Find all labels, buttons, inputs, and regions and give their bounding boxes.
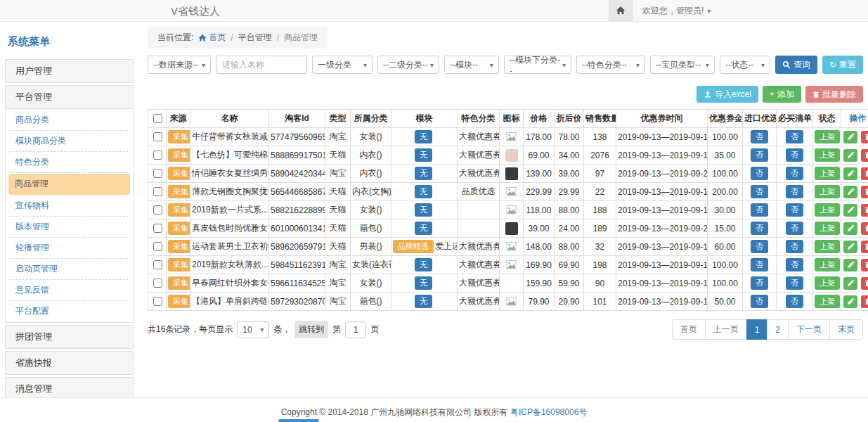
must-buy-toggle[interactable]: 否 <box>786 258 803 271</box>
sidebar-group-14[interactable]: 消息管理 <box>5 377 134 397</box>
row-checkbox[interactable] <box>153 151 162 160</box>
import-select-toggle[interactable]: 否 <box>751 167 768 180</box>
status-toggle[interactable]: 上架 <box>815 148 840 162</box>
delete-button[interactable] <box>861 204 868 217</box>
edit-button[interactable] <box>843 241 857 253</box>
filter-select-3[interactable]: --模块下分类--▾ <box>504 56 571 74</box>
import-select-toggle[interactable]: 否 <box>751 185 768 198</box>
status-toggle[interactable]: 上架 <box>815 167 840 180</box>
row-checkbox[interactable] <box>153 260 162 269</box>
jump-button[interactable]: 跳转到 <box>294 321 328 338</box>
jump-page-input[interactable] <box>345 321 366 338</box>
sidebar-group-13[interactable]: 省惠快报 <box>5 351 134 375</box>
module-badge[interactable]: 无 <box>415 295 432 308</box>
must-buy-toggle[interactable]: 否 <box>786 276 803 290</box>
filter-select-4[interactable]: --特色分类--▾ <box>576 56 645 74</box>
hscroll-thumb[interactable] <box>278 419 319 422</box>
delete-button[interactable] <box>861 131 868 143</box>
delete-button[interactable] <box>861 222 868 235</box>
edit-button[interactable] <box>843 167 857 180</box>
row-checkbox[interactable] <box>153 187 162 196</box>
home-button[interactable] <box>609 0 633 21</box>
edit-button[interactable] <box>843 204 857 217</box>
module-badge[interactable]: 无 <box>415 185 432 198</box>
icp-link[interactable]: 粤ICP备16098006号 <box>510 407 587 417</box>
sidebar-item-9[interactable]: 启动页管理 <box>9 259 129 280</box>
status-toggle[interactable]: 上架 <box>815 130 840 143</box>
batch-delete-button[interactable]: 批量删除 <box>805 86 863 103</box>
status-toggle[interactable]: 上架 <box>815 258 840 271</box>
import-select-toggle[interactable]: 否 <box>751 222 768 235</box>
module-badge[interactable]: 无 <box>415 222 432 235</box>
user-menu[interactable]: 欢迎您，管理员! ▾ <box>642 5 711 17</box>
filter-select-5[interactable]: --宝贝类型--▾ <box>650 56 715 74</box>
sidebar-item-4[interactable]: 特色分类 <box>9 152 129 173</box>
add-button[interactable]: + 添加 <box>763 86 801 103</box>
edit-button[interactable] <box>843 222 857 235</box>
import-select-toggle[interactable]: 否 <box>751 148 768 162</box>
row-checkbox[interactable] <box>153 297 162 306</box>
sidebar-group-1[interactable]: 平台管理 <box>5 85 134 109</box>
status-toggle[interactable]: 上架 <box>815 240 840 253</box>
row-checkbox[interactable] <box>153 205 162 215</box>
edit-button[interactable] <box>843 277 857 290</box>
delete-button[interactable] <box>861 186 868 198</box>
must-buy-toggle[interactable]: 否 <box>786 222 803 235</box>
search-button[interactable]: 查询 <box>775 56 817 74</box>
sidebar-item-6[interactable]: 宣传物料 <box>9 196 129 217</box>
data-source-select[interactable]: --数据来源--▾ <box>148 56 211 74</box>
must-buy-toggle[interactable]: 否 <box>786 295 803 308</box>
delete-button[interactable] <box>861 277 868 290</box>
import-select-toggle[interactable]: 否 <box>751 130 768 143</box>
module-badge[interactable]: 无 <box>415 148 432 162</box>
row-checkbox[interactable] <box>153 132 162 141</box>
reset-button[interactable]: ↻ 重置 <box>822 56 863 74</box>
sidebar-item-11[interactable]: 平台配置 <box>9 301 129 321</box>
breadcrumb-home-link[interactable]: 首页 <box>198 32 226 44</box>
module-badge[interactable]: 无 <box>415 276 432 290</box>
status-toggle[interactable]: 上架 <box>815 203 840 217</box>
status-toggle[interactable]: 上架 <box>815 276 840 290</box>
import-select-toggle[interactable]: 否 <box>751 203 768 217</box>
sidebar-item-5[interactable]: 商品管理 <box>8 174 130 195</box>
sidebar-item-10[interactable]: 意见反馈 <box>9 280 129 301</box>
delete-button[interactable] <box>861 295 868 308</box>
sidebar-item-7[interactable]: 版本管理 <box>9 217 129 238</box>
must-buy-toggle[interactable]: 否 <box>786 185 803 198</box>
module-badge[interactable]: 无 <box>415 130 432 143</box>
row-checkbox[interactable] <box>153 169 162 178</box>
import-select-toggle[interactable]: 否 <box>751 295 768 308</box>
row-checkbox[interactable] <box>153 242 162 251</box>
edit-button[interactable] <box>843 149 857 162</box>
page-button-2[interactable]: 2 <box>767 319 789 340</box>
status-toggle[interactable]: 上架 <box>815 222 840 235</box>
import-excel-button[interactable]: 导入excel <box>697 86 758 103</box>
row-checkbox[interactable] <box>153 279 162 288</box>
delete-button[interactable] <box>861 167 868 180</box>
page-size-select[interactable]: 10▾ <box>237 321 269 338</box>
page-button-末页[interactable]: 末页 <box>829 319 863 340</box>
select-all-checkbox[interactable] <box>153 114 162 123</box>
name-search-input[interactable] <box>216 56 307 74</box>
filter-select-0[interactable]: 一级分类▾ <box>312 56 373 74</box>
filter-select-1[interactable]: --二级分类--▾ <box>377 56 439 74</box>
page-button-上一页[interactable]: 上一页 <box>705 319 747 340</box>
delete-button[interactable] <box>861 149 868 162</box>
module-badge[interactable]: 无 <box>415 258 432 271</box>
status-toggle[interactable]: 上架 <box>815 185 840 198</box>
sidebar-group-12[interactable]: 拼团管理 <box>5 325 134 349</box>
edit-button[interactable] <box>843 259 857 271</box>
edit-button[interactable] <box>843 295 857 308</box>
sidebar-item-3[interactable]: 模块商品分类 <box>9 131 129 152</box>
module-badge[interactable]: 品牌精选 <box>393 240 434 253</box>
row-checkbox[interactable] <box>153 224 162 233</box>
delete-button[interactable] <box>861 259 868 271</box>
status-toggle[interactable]: 上架 <box>815 295 840 308</box>
page-button-首页[interactable]: 首页 <box>672 319 706 340</box>
delete-button[interactable] <box>861 241 868 253</box>
module-badge[interactable]: 无 <box>415 167 432 180</box>
import-select-toggle[interactable]: 否 <box>751 240 768 253</box>
page-button-下一页[interactable]: 下一页 <box>788 319 830 340</box>
sidebar-group-0[interactable]: 用户管理 <box>5 59 134 83</box>
breadcrumb-item[interactable]: 平台管理 <box>238 32 272 44</box>
